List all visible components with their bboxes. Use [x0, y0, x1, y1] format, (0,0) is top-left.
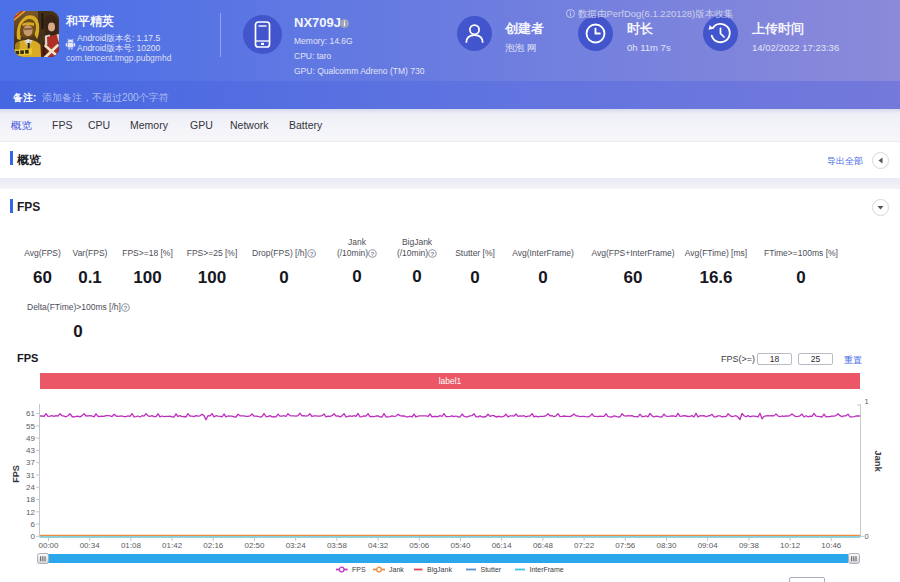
svg-text:49: 49 [26, 434, 35, 443]
svg-text:?: ? [310, 250, 314, 257]
svg-text:05:06: 05:06 [409, 541, 430, 550]
svg-text:09:04: 09:04 [698, 541, 719, 550]
svg-text:09:38: 09:38 [739, 541, 760, 550]
svg-text:12: 12 [26, 508, 35, 517]
svg-text:07:56: 07:56 [615, 541, 636, 550]
svg-text:00:00: 00:00 [38, 541, 59, 550]
svg-text:1: 1 [865, 397, 869, 406]
svg-text:61: 61 [26, 409, 35, 418]
svg-text:FPS: FPS [352, 566, 366, 573]
svg-text:01:42: 01:42 [162, 541, 183, 550]
svg-text:InterFrame: InterFrame [530, 566, 564, 573]
svg-text:Stutter: Stutter [481, 566, 502, 573]
svg-text:05:40: 05:40 [450, 541, 471, 550]
svg-text:06:48: 06:48 [533, 541, 554, 550]
svg-text:10:12: 10:12 [780, 541, 801, 550]
svg-text:02:50: 02:50 [244, 541, 265, 550]
svg-text:02:16: 02:16 [203, 541, 224, 550]
svg-text:00:34: 00:34 [80, 541, 101, 550]
svg-text:?: ? [371, 249, 375, 256]
svg-text:?: ? [124, 303, 128, 310]
svg-text:37: 37 [26, 458, 35, 467]
svg-text:55: 55 [26, 422, 35, 431]
svg-text:04:32: 04:32 [368, 541, 389, 550]
svg-text:31: 31 [26, 471, 35, 480]
svg-text:01:08: 01:08 [121, 541, 142, 550]
svg-text:03:58: 03:58 [327, 541, 348, 550]
svg-text:06:14: 06:14 [492, 541, 513, 550]
svg-text:Jank: Jank [389, 566, 404, 573]
svg-text:0: 0 [865, 532, 869, 541]
svg-text:03:24: 03:24 [286, 541, 307, 550]
svg-text:43: 43 [26, 446, 35, 455]
svg-text:10:46: 10:46 [821, 541, 842, 550]
svg-text:08:30: 08:30 [656, 541, 677, 550]
svg-text:BigJank: BigJank [427, 566, 452, 574]
svg-text:0: 0 [31, 532, 36, 541]
svg-text:Jank: Jank [873, 450, 884, 472]
svg-text:?: ? [431, 249, 435, 256]
svg-text:18: 18 [26, 495, 35, 504]
svg-text:07:22: 07:22 [574, 541, 595, 550]
svg-text:24: 24 [26, 483, 35, 492]
svg-text:FPS: FPS [11, 465, 21, 483]
svg-text:6: 6 [31, 520, 36, 529]
